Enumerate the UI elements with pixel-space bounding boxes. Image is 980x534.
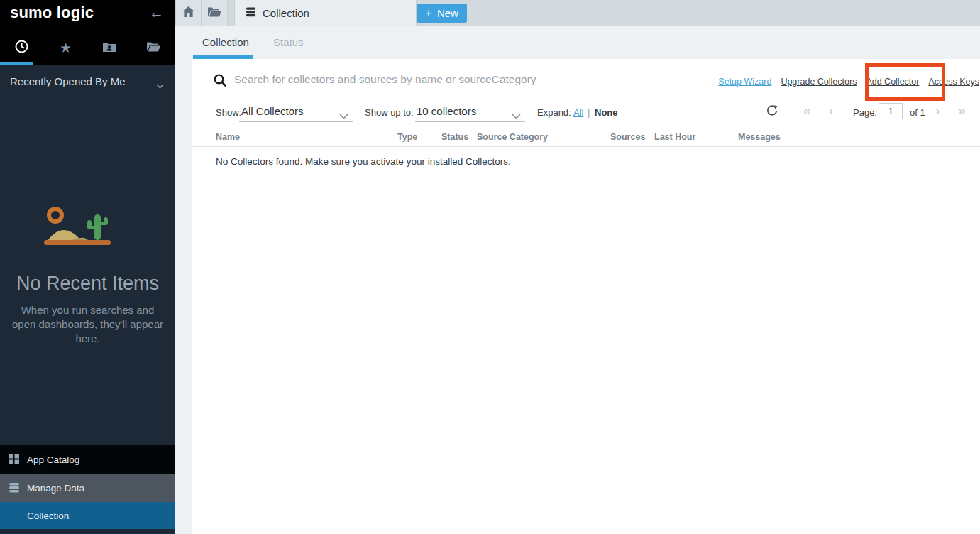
collectors-table-header: Name Type Status Source Category Sources… [192, 131, 980, 147]
subtab-collection[interactable]: Collection [202, 36, 249, 48]
controls-row: Show: All Collectors Show up to: 10 coll… [192, 102, 980, 126]
home-icon [182, 6, 194, 20]
desert-illustration [43, 205, 133, 254]
last-page-icon[interactable]: » [958, 103, 966, 119]
quick-links: Setup Wizard Upgrade Collectors Add Coll… [718, 77, 979, 87]
page-number-input[interactable] [879, 103, 903, 119]
sidebar-item-app-catalog[interactable]: App Catalog [0, 445, 175, 474]
sumo-logic-logo: sumo logic [10, 4, 94, 22]
column-header-messages[interactable]: Messages [738, 132, 781, 142]
page-total: of 1 [910, 107, 925, 118]
grid-icon [9, 454, 19, 467]
sidebar-item-label: Manage Data [27, 483, 84, 494]
show-label: Show: [216, 107, 241, 118]
no-recent-items-title: No Recent Items [0, 273, 175, 295]
recent-filter-label: Recently Opened By Me [10, 75, 126, 87]
open-folder-icon [147, 41, 160, 55]
sidebar-item-manage-data[interactable]: Manage Data [0, 474, 175, 502]
database-icon [9, 482, 20, 496]
limit-dropdown-underline [415, 121, 525, 122]
first-page-icon[interactable]: « [803, 103, 811, 119]
access-keys-link[interactable]: Access Keys [928, 77, 979, 87]
next-page-icon[interactable]: › [935, 103, 940, 119]
search-icon [214, 74, 226, 89]
clock-icon [15, 40, 28, 56]
upgrade-collectors-link[interactable]: Upgrade Collectors [781, 77, 857, 87]
show-up-to-label: Show up to: [365, 107, 414, 118]
sidebar-menu-divider [0, 529, 175, 534]
star-icon: ★ [60, 40, 72, 56]
plus-icon: + [425, 6, 432, 21]
no-recent-items-text: When you run searches and open dashboard… [11, 303, 165, 345]
shared-folder-icon [103, 41, 116, 55]
refresh-icon[interactable] [766, 104, 778, 119]
app-window: sumo logic ← ★ [0, 0, 980, 534]
browser-tab-bar: Collection + New [175, 0, 980, 26]
expand-none-link[interactable]: None [595, 107, 618, 118]
expand-all-link[interactable]: All [573, 107, 583, 118]
setup-wizard-link[interactable]: Setup Wizard [718, 77, 771, 87]
new-button-label: New [437, 7, 458, 19]
sidebar-tab-bar: ★ [0, 33, 175, 62]
prev-page-icon[interactable]: ‹ [829, 103, 833, 119]
search-row: Setup Wizard Upgrade Collectors Add Coll… [192, 59, 980, 96]
collapse-sidebar-icon[interactable]: ← [149, 4, 164, 21]
show-up-to-dropdown[interactable]: 10 collectors [417, 105, 476, 117]
add-collector-link[interactable]: Add Collector [866, 77, 919, 87]
column-header-source-category[interactable]: Source Category [477, 132, 548, 142]
collection-panel: Setup Wizard Upgrade Collectors Add Coll… [192, 59, 980, 534]
recent-filter-select[interactable]: Recently Opened By Me [0, 65, 175, 97]
database-icon [246, 6, 256, 21]
no-collectors-message: No Collectors found. Make sure you activ… [216, 156, 511, 167]
chevron-down-icon [156, 79, 164, 92]
sidebar-tab-favorites[interactable]: ★ [44, 33, 88, 62]
page-subtabs: Collection Status [175, 26, 980, 59]
open-folder-icon [208, 6, 221, 20]
column-header-sources[interactable]: Sources [610, 132, 645, 142]
chevron-down-icon[interactable] [512, 111, 521, 121]
search-input[interactable] [234, 70, 674, 89]
sidebar-header: sumo logic ← ★ [0, 0, 175, 65]
library-tab-button[interactable] [202, 0, 228, 26]
sidebar-item-collection[interactable]: Collection [0, 502, 175, 529]
show-dropdown[interactable]: All Collectors [241, 105, 304, 117]
show-dropdown-underline [239, 121, 353, 122]
new-button[interactable]: + New [417, 4, 467, 23]
page-label: Page: [853, 107, 877, 118]
chevron-down-icon[interactable] [339, 111, 348, 121]
column-header-name[interactable]: Name [216, 132, 240, 142]
main-area: Collection + New Collection Status Setup… [175, 0, 980, 534]
column-header-last-hour[interactable]: Last Hour [654, 132, 695, 142]
sidebar-tab-shared[interactable] [88, 33, 132, 62]
expand-separator: | [588, 107, 590, 118]
tab-collection[interactable]: Collection [234, 0, 417, 26]
sidebar-tab-library[interactable] [131, 33, 175, 62]
sidebar-empty-state: No Recent Items When you run searches an… [0, 205, 175, 345]
sidebar-item-label: App Catalog [27, 454, 79, 465]
sidebar-tab-recent[interactable] [0, 33, 44, 62]
expand-label: Expand: [537, 107, 571, 118]
sidebar: sumo logic ← ★ [0, 0, 175, 534]
sidebar-item-label: Collection [27, 511, 69, 521]
sidebar-bottom-menu: App Catalog Manage Data Collection [0, 445, 175, 534]
tab-label: Collection [263, 7, 309, 19]
column-header-type[interactable]: Type [397, 132, 417, 142]
home-tab-button[interactable] [175, 0, 202, 26]
subtab-status[interactable]: Status [273, 36, 304, 48]
column-header-status[interactable]: Status [441, 132, 468, 142]
